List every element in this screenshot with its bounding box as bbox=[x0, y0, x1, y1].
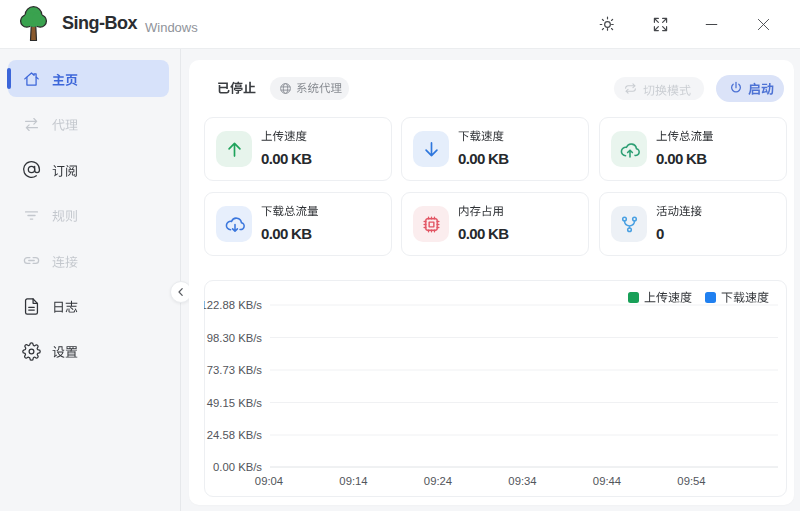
svg-text:09:54: 09:54 bbox=[677, 475, 705, 487]
svg-text:09:14: 09:14 bbox=[339, 475, 367, 487]
svg-text:98.30 KB/s: 98.30 KB/s bbox=[207, 332, 263, 344]
svg-text:09:34: 09:34 bbox=[508, 475, 536, 487]
svg-text:09:04: 09:04 bbox=[255, 475, 283, 487]
svg-text:49.15 KB/s: 49.15 KB/s bbox=[207, 397, 263, 409]
svg-text:09:44: 09:44 bbox=[593, 475, 621, 487]
svg-text:122.88 KB/s: 122.88 KB/s bbox=[204, 299, 262, 311]
svg-text:24.58 KB/s: 24.58 KB/s bbox=[207, 429, 263, 441]
svg-text:0.00 KB/s: 0.00 KB/s bbox=[213, 461, 262, 473]
svg-text:73.73 KB/s: 73.73 KB/s bbox=[207, 364, 263, 376]
svg-text:09:24: 09:24 bbox=[424, 475, 452, 487]
